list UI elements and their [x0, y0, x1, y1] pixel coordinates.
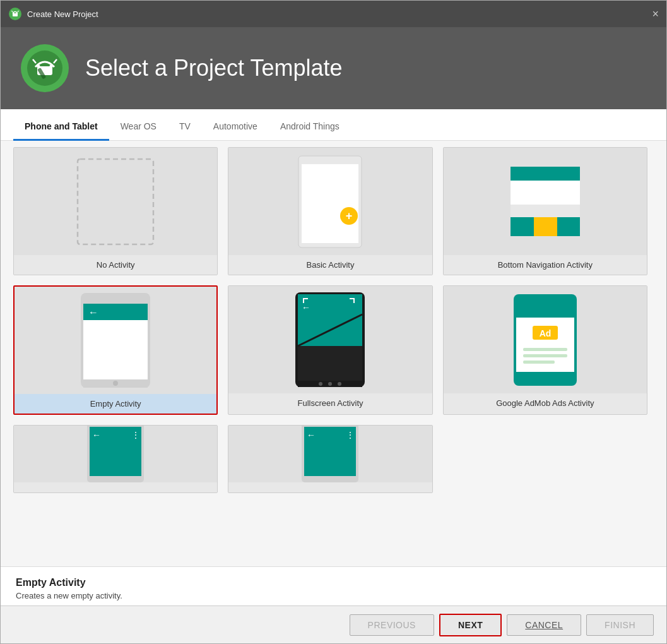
- bottom-nav-preview: [444, 148, 647, 255]
- fullscreen-preview: ←: [228, 286, 432, 393]
- partial-2-label: [228, 482, 432, 492]
- main-window: Create New Project × Select a Project Te…: [0, 0, 667, 644]
- tab-wear-os[interactable]: Wear OS: [109, 114, 168, 141]
- content-area: Phone and Tablet Wear OS TV Automotive A…: [1, 109, 666, 643]
- svg-rect-53: [523, 361, 555, 364]
- svg-rect-3: [13, 13, 18, 16]
- tabs-bar: Phone and Tablet Wear OS TV Automotive A…: [1, 109, 666, 141]
- svg-text:←: ←: [92, 430, 101, 440]
- finish-button[interactable]: FINISH: [586, 614, 654, 636]
- svg-point-43: [319, 382, 322, 386]
- tab-phone-tablet[interactable]: Phone and Tablet: [13, 114, 109, 141]
- partial-1-preview: ← ⋮: [14, 426, 217, 482]
- template-grid-scroll[interactable]: No Activity +: [1, 141, 666, 566]
- svg-text:Ad: Ad: [539, 328, 551, 338]
- svg-rect-52: [523, 354, 567, 357]
- template-bottom-nav[interactable]: Bottom Navigation Activity: [443, 147, 647, 275]
- template-basic-activity[interactable]: + Basic Activity: [228, 147, 432, 275]
- bottom-nav-label: Bottom Navigation Activity: [444, 255, 647, 275]
- svg-rect-51: [523, 348, 567, 351]
- svg-point-32: [113, 381, 118, 386]
- template-admob[interactable]: Ad Google AdMob Ads Activity: [443, 285, 647, 415]
- partial-1-label: [14, 482, 217, 492]
- svg-text:←: ←: [302, 302, 310, 313]
- svg-text:⋮: ⋮: [131, 430, 140, 440]
- title-bar-title: Create New Project: [27, 9, 98, 19]
- template-partial-1[interactable]: ← ⋮: [13, 425, 218, 493]
- tab-tv[interactable]: TV: [168, 114, 202, 141]
- no-activity-preview: [14, 148, 217, 255]
- admob-preview: Ad: [444, 286, 647, 393]
- footer: PREVIOUS NEXT CANCEL FINISH: [1, 605, 666, 643]
- fullscreen-label: Fullscreen Activity: [228, 393, 432, 413]
- svg-text:←: ←: [88, 307, 98, 318]
- android-logo-icon: [8, 7, 22, 21]
- svg-rect-40: [353, 298, 355, 303]
- tab-android-things[interactable]: Android Things: [269, 114, 351, 141]
- tab-automotive[interactable]: Automotive: [202, 114, 269, 141]
- description-text: Creates a new empty activity.: [16, 591, 651, 600]
- template-empty-activity[interactable]: ← Empty Activity: [13, 285, 218, 415]
- partial-2-preview: ← ⋮: [228, 426, 432, 482]
- android-studio-logo-icon: [20, 43, 70, 93]
- svg-rect-54: [516, 372, 574, 378]
- svg-point-45: [338, 382, 341, 386]
- svg-rect-22: [511, 167, 580, 181]
- template-fullscreen[interactable]: ← Fullscreen Activity: [228, 285, 432, 415]
- svg-rect-25: [534, 217, 557, 236]
- empty-activity-label: Empty Activity: [15, 394, 216, 414]
- template-grid: No Activity +: [13, 147, 654, 493]
- svg-rect-24: [511, 217, 534, 236]
- title-bar-left: Create New Project: [8, 7, 98, 21]
- title-bar: Create New Project ×: [1, 1, 666, 27]
- svg-rect-17: [302, 164, 358, 243]
- header-title: Select a Project Template: [85, 55, 343, 81]
- previous-button[interactable]: PREVIOUS: [350, 614, 434, 636]
- template-partial-2[interactable]: ← ⋮: [228, 425, 432, 493]
- cancel-button[interactable]: CANCEL: [507, 614, 581, 636]
- next-button[interactable]: NEXT: [439, 614, 502, 636]
- svg-text:+: +: [346, 210, 353, 222]
- template-no-activity[interactable]: No Activity: [13, 147, 218, 275]
- svg-point-44: [328, 382, 332, 386]
- empty-activity-preview: ←: [15, 287, 216, 394]
- close-button[interactable]: ×: [652, 8, 659, 20]
- svg-rect-26: [557, 217, 580, 236]
- svg-text:⋮: ⋮: [346, 430, 355, 440]
- basic-activity-preview: +: [228, 148, 432, 255]
- svg-text:←: ←: [307, 430, 316, 440]
- header: Select a Project Template: [1, 27, 666, 109]
- svg-rect-48: [516, 302, 574, 318]
- description-area: Empty Activity Creates a new empty activ…: [1, 566, 666, 605]
- basic-activity-label: Basic Activity: [228, 255, 432, 275]
- no-activity-label: No Activity: [14, 255, 217, 275]
- description-title: Empty Activity: [16, 577, 651, 588]
- admob-label: Google AdMob Ads Activity: [444, 393, 647, 413]
- svg-rect-14: [78, 159, 153, 244]
